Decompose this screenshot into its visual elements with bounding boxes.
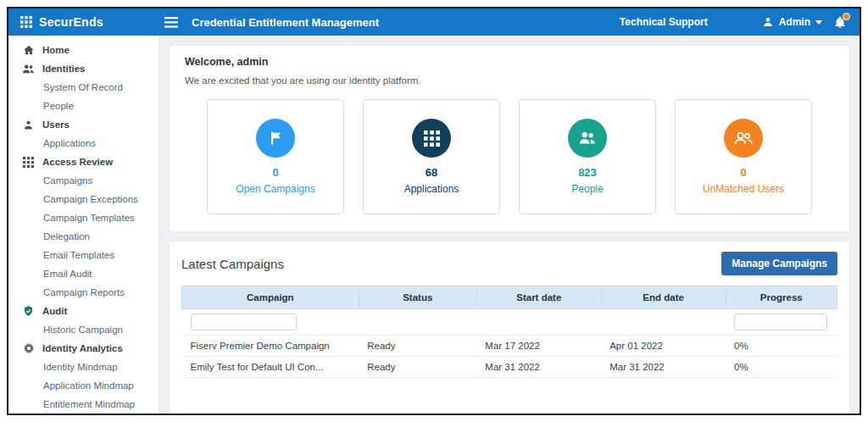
stat-value: 823 [578,166,597,179]
stat-value: 0 [272,166,278,179]
gear-icon [22,342,35,354]
sidebar-item-home[interactable]: Home [8,41,159,59]
stats-row: 0 Open Campaigns 68 Applications [185,99,834,214]
sidebar-item-label: Home [42,43,70,57]
sidebar-item-historic-campaign[interactable]: Historic Campaign [8,320,159,339]
cell-end-date: Apr 01 2022 [601,336,726,357]
campaign-filter-input[interactable] [191,314,297,330]
brand-logo: SecurEnds [8,15,159,29]
stat-value: 68 [426,166,437,179]
chevron-down-icon [815,20,822,25]
technical-support-link[interactable]: Technical Support [620,16,708,28]
manage-campaigns-button[interactable]: Manage Campaigns [721,252,837,275]
main-content: Welcome, admin We are excited that you a… [159,36,860,414]
notification-bell-icon[interactable] [834,16,846,29]
column-header-end-date[interactable]: End date [601,286,726,309]
shield-icon [22,305,35,317]
sidebar-item-email-audit[interactable]: Email Audit [8,264,159,283]
sidebar-item-label: Email Templates [43,248,114,262]
sidebar-toggle-icon[interactable] [164,17,178,28]
stat-card-people[interactable]: 823 People [519,99,656,214]
top-header: SecurEnds Credential Entitlement Managem… [8,8,860,36]
cell-progress: 0% [726,357,837,378]
page-title: Credential Entitlement Management [192,16,379,29]
campaigns-table: Campaign Status Start date End date Prog… [181,286,837,378]
latest-campaigns-panel: Latest Campaigns Manage Campaigns Campai… [170,242,849,414]
app-window: SecurEnds Credential Entitlement Managem… [7,7,861,415]
cell-campaign: Emily Test for Default UI Con... [182,357,359,378]
sidebar-item-label: Campaign Templates [43,211,135,225]
column-header-progress[interactable]: Progress [726,286,837,309]
sidebar-item-users[interactable]: Users [8,115,159,134]
sidebar-item-applications[interactable]: Applications [8,134,159,153]
sidebar-item-label: Identities [42,62,85,75]
admin-label: Admin [779,16,810,28]
stat-label: UnMatched Users [703,183,784,195]
sidebar-item-campaign-exceptions[interactable]: Campaign Exceptions [8,190,159,208]
cell-progress: 0% [726,336,837,357]
sidebar-item-access-review[interactable]: Access Review [8,153,159,171]
table-row[interactable]: Emily Test for Default UI Con... Ready M… [182,357,837,378]
column-header-start-date[interactable]: Start date [476,286,601,309]
notification-badge [843,13,850,20]
sidebar-item-email-templates[interactable]: Email Templates [8,246,159,264]
cell-status: Ready [359,336,476,357]
sidebar-item-people[interactable]: People [8,97,159,115]
sidebar-item-label: People [43,99,74,113]
stat-value: 0 [740,166,746,179]
cell-campaign: Fiserv Premier Demo Campaign [182,336,359,357]
stat-card-open-campaigns[interactable]: 0 Open Campaigns [207,99,344,214]
identities-people-icon [22,64,35,75]
sidebar-item-delegation[interactable]: Delegation [8,227,159,246]
grid-icon [22,157,35,168]
sidebar-nav: Home Identities System Of Record People … [8,36,159,414]
filter-cell [359,309,476,336]
sidebar-item-campaign-reports[interactable]: Campaign Reports [8,283,159,302]
sidebar-item-label: Applications [43,136,96,150]
welcome-subtitle: We are excited that you are using our id… [185,75,834,86]
sidebar-item-identity-analytics[interactable]: Identity Analytics [8,339,159,358]
sidebar-item-identity-mindmap[interactable]: Identity Mindmap [8,358,159,376]
sidebar-item-campaigns[interactable]: Campaigns [8,171,159,190]
progress-filter-input[interactable] [734,314,827,330]
filter-cell [476,309,601,336]
waffle-logo-icon [20,16,32,28]
sidebar-item-identities[interactable]: Identities [8,59,159,78]
sidebar-item-label: Identity Mindmap [43,360,118,374]
cell-start-date: Mar 17 2022 [476,336,601,357]
sidebar-item-system-of-record[interactable]: System Of Record [8,78,159,97]
sidebar-item-campaign-templates[interactable]: Campaign Templates [8,208,159,227]
people-icon [568,119,607,158]
cell-end-date: Mar 31 2022 [601,357,726,378]
filter-cell [601,309,726,336]
sidebar-item-entitlement-mindmap[interactable]: Entitlement Mindmap [8,395,159,414]
table-filter-row [182,309,837,336]
column-header-status[interactable]: Status [359,286,476,309]
cell-start-date: Mar 31 2022 [476,357,601,378]
stat-label: People [571,183,603,195]
sidebar-item-label: Entitlement Mindmap [43,397,135,411]
admin-dropdown[interactable]: Admin [762,16,822,28]
sidebar-item-label: Campaign Exceptions [43,192,138,206]
sidebar-item-application-mindmap[interactable]: Application Mindmap [8,376,159,395]
filter-cell [182,309,359,336]
brand-name: SecurEnds [39,15,103,29]
sidebar-item-label: System Of Record [43,81,123,94]
header-right: Technical Support Admin [620,16,860,29]
stat-card-unmatched-users[interactable]: 0 UnMatched Users [675,99,812,214]
sidebar-item-label: Access Review [42,155,113,169]
sidebar-item-label: Delegation [43,230,90,243]
sidebar-item-label: Identity Analytics [42,341,123,355]
welcome-panel: Welcome, admin We are excited that you a… [170,46,849,231]
sidebar-item-audit[interactable]: Audit [8,302,159,320]
sidebar-item-label: Application Mindmap [43,379,134,392]
sidebar-item-label: Email Audit [43,267,92,280]
table-row[interactable]: Fiserv Premier Demo Campaign Ready Mar 1… [182,336,837,357]
stat-card-applications[interactable]: 68 Applications [363,99,500,214]
column-header-campaign[interactable]: Campaign [182,286,359,309]
home-icon [22,44,35,56]
unmatched-users-icon [724,119,763,158]
sidebar-item-label: Historic Campaign [43,323,123,336]
cell-status: Ready [359,357,476,378]
apps-grid-icon [412,119,451,158]
